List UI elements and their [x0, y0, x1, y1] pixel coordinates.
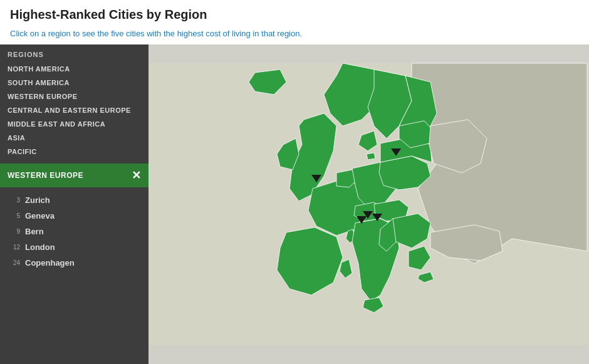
sidebar-item-middle-east-africa[interactable]: MIDDLE EAST AND AFRICA: [0, 117, 149, 131]
city-name: Bern: [25, 227, 44, 236]
selected-region-label: WESTERN EUROPE: [8, 171, 83, 180]
selected-region-panel: WESTERN EUROPE ✕: [0, 164, 149, 187]
list-item: 9 Bern: [0, 224, 149, 239]
city-rank: 12: [8, 244, 20, 251]
page-container: Highest-Ranked Cities by Region Click on…: [0, 0, 589, 364]
city-rank: 9: [8, 228, 20, 235]
page-title: Highest-Ranked Cities by Region: [10, 8, 579, 22]
city-list: 3 Zurich 5 Geneva 9 Bern 12 London 24: [0, 187, 149, 276]
city-name: London: [25, 242, 55, 252]
map-svg: [149, 44, 589, 364]
subtitle: Click on a region to see the five cities…: [0, 24, 589, 44]
city-name: Zurich: [25, 195, 50, 205]
header: Highest-Ranked Cities by Region: [0, 0, 589, 24]
list-item: 5 Geneva: [0, 208, 149, 224]
city-rank: 24: [8, 259, 20, 266]
sidebar-item-asia[interactable]: ASIA: [0, 131, 149, 145]
sidebar-item-pacific[interactable]: PACIFIC: [0, 145, 149, 159]
city-name: Geneva: [25, 211, 55, 221]
regions-label: REGIONS: [0, 44, 149, 62]
list-item: 24 Copenhagen: [0, 255, 149, 271]
list-item: 12 London: [0, 239, 149, 255]
map-container[interactable]: [149, 44, 589, 364]
city-rank: 5: [8, 212, 20, 219]
sidebar-item-north-america[interactable]: NORTH AMERICA: [0, 62, 149, 76]
close-icon[interactable]: ✕: [132, 169, 141, 182]
sidebar-item-south-america[interactable]: SOUTH AMERICA: [0, 76, 149, 90]
sidebar-item-central-eastern-europe[interactable]: CENTRAL AND EASTERN EUROPE: [0, 103, 149, 117]
city-name: Copenhagen: [25, 258, 75, 268]
city-rank: 3: [8, 197, 20, 204]
list-item: 3 Zurich: [0, 192, 149, 208]
main-content: REGIONS NORTH AMERICA SOUTH AMERICA WEST…: [0, 44, 589, 364]
sidebar: REGIONS NORTH AMERICA SOUTH AMERICA WEST…: [0, 44, 149, 364]
region-list: NORTH AMERICA SOUTH AMERICA WESTERN EURO…: [0, 62, 149, 159]
sidebar-item-western-europe[interactable]: WESTERN EUROPE: [0, 90, 149, 103]
